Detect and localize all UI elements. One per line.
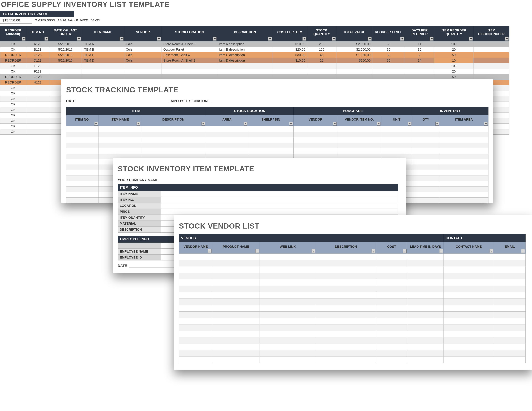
svl-cell[interactable] [316, 292, 376, 299]
osi-cell[interactable]: REORDER [0, 74, 26, 80]
svl-cell[interactable] [179, 253, 212, 260]
stk-cell[interactable] [66, 176, 99, 181]
osi-cell[interactable]: Cole [124, 47, 162, 52]
osi-col-1[interactable]: ITEM NO. [26, 26, 49, 41]
filter-dropdown-icon[interactable] [120, 37, 124, 41]
stk-cell[interactable] [440, 126, 488, 132]
svl-cell[interactable] [316, 286, 376, 292]
stk-cell[interactable] [294, 126, 337, 132]
svl-cell[interactable] [316, 253, 376, 260]
filter-dropdown-icon[interactable] [137, 122, 140, 126]
filter-dropdown-icon[interactable] [244, 122, 247, 126]
svl-cell[interactable] [212, 350, 260, 357]
osi-cell[interactable]: 5/20/2016 [49, 41, 82, 47]
stk-cell[interactable] [248, 143, 294, 148]
osi-cell[interactable]: REORDER [0, 52, 26, 58]
stk-cell[interactable] [412, 143, 440, 148]
stk-cell[interactable] [412, 192, 440, 198]
svl-cell[interactable] [316, 279, 376, 286]
osi-cell[interactable] [336, 69, 372, 74]
filter-dropdown-icon[interactable] [430, 37, 434, 41]
osi-cell[interactable]: OK [0, 118, 26, 124]
stk-col-4[interactable]: SHELF / BIN [248, 115, 294, 126]
osi-cell[interactable]: G123 [26, 74, 49, 80]
osi-cell[interactable]: 10 [434, 58, 474, 63]
svl-col-2[interactable]: WEB LINK [260, 242, 316, 253]
stk-cell[interactable] [412, 137, 440, 143]
osi-col-6[interactable]: DESCRIPTION [217, 26, 273, 41]
item-field-value[interactable] [161, 197, 398, 203]
svl-cell[interactable] [494, 253, 526, 260]
osi-cell[interactable]: 50 [434, 52, 474, 58]
osi-col-2[interactable]: DATE OF LAST ORDER [49, 26, 82, 41]
osi-cell[interactable] [307, 63, 336, 69]
svl-cell[interactable] [179, 279, 212, 286]
osi-cell[interactable]: ITEM B [82, 47, 124, 52]
osi-cell[interactable]: REORDER [0, 58, 26, 63]
osi-cell[interactable]: 100 [307, 47, 336, 52]
osi-cell[interactable] [26, 96, 49, 102]
osi-cell[interactable]: $20.00 [273, 47, 307, 52]
stk-cell[interactable] [440, 148, 488, 154]
stk-row[interactable] [66, 132, 488, 137]
svl-cell[interactable] [407, 350, 444, 357]
osi-col-0[interactable]: REORDER (auto-fill) [0, 26, 26, 41]
osi-cell[interactable]: $250.00 [336, 58, 372, 63]
stk-cell[interactable] [440, 170, 488, 176]
svl-cell[interactable] [212, 344, 260, 350]
svl-cell[interactable] [316, 331, 376, 337]
filter-dropdown-icon[interactable] [255, 249, 259, 253]
svl-cell[interactable] [376, 286, 407, 292]
stk-cell[interactable] [141, 132, 206, 137]
stk-cell[interactable] [412, 148, 440, 154]
osi-cell[interactable]: REORDER [0, 80, 26, 85]
osi-cell[interactable]: 50 [372, 47, 405, 52]
svl-cell[interactable] [260, 337, 316, 344]
osi-cell[interactable] [49, 63, 82, 69]
svl-cell[interactable] [316, 344, 376, 350]
stk-cell[interactable] [412, 170, 440, 176]
svl-cell[interactable] [376, 260, 407, 266]
svl-cell[interactable] [444, 350, 494, 357]
osi-cell[interactable]: $30.00 [273, 52, 307, 58]
osi-cell[interactable]: $1,350.00 [336, 52, 372, 58]
svl-col-0[interactable]: VENDOR NAME [179, 242, 212, 253]
osi-cell[interactable]: Item D description [217, 58, 273, 63]
osi-cell[interactable] [474, 41, 509, 47]
svl-cell[interactable] [494, 318, 526, 325]
svl-row[interactable] [179, 350, 526, 357]
stk-cell[interactable] [440, 192, 488, 198]
stk-cell[interactable] [66, 148, 99, 154]
svl-cell[interactable] [260, 299, 316, 305]
stk-cell[interactable] [440, 187, 488, 192]
stk-cell[interactable] [337, 143, 381, 148]
filter-dropdown-icon[interactable] [368, 37, 371, 41]
svl-cell[interactable] [494, 260, 526, 266]
osi-cell[interactable]: 50 [372, 41, 405, 47]
osi-cell[interactable]: C123 [26, 52, 49, 58]
osi-cell[interactable] [336, 63, 372, 69]
stk-cell[interactable] [440, 165, 488, 170]
svl-cell[interactable] [407, 253, 444, 260]
stk-cell[interactable] [141, 148, 206, 154]
stk-cell[interactable] [206, 143, 248, 148]
svl-cell[interactable] [444, 253, 494, 260]
svl-row[interactable] [179, 273, 526, 279]
svl-cell[interactable] [494, 273, 526, 279]
osi-cell[interactable] [49, 69, 82, 74]
svl-cell[interactable] [444, 337, 494, 344]
osi-cell[interactable] [162, 69, 217, 74]
osi-cell[interactable] [474, 69, 509, 74]
svl-cell[interactable] [179, 331, 212, 337]
svl-cell[interactable] [179, 266, 212, 273]
svl-row[interactable] [179, 331, 526, 337]
stk-cell[interactable] [66, 126, 99, 132]
osi-row[interactable]: REORDERC1235/20/2016ITEM CColeBasement, … [0, 52, 509, 58]
svl-cell[interactable] [494, 305, 526, 312]
osi-cell[interactable] [372, 69, 405, 74]
stk-col-8[interactable]: QTY [412, 115, 440, 126]
svl-cell[interactable] [376, 299, 407, 305]
filter-dropdown-icon[interactable] [94, 122, 98, 126]
svl-row[interactable] [179, 344, 526, 350]
stk-cell[interactable] [66, 187, 99, 192]
